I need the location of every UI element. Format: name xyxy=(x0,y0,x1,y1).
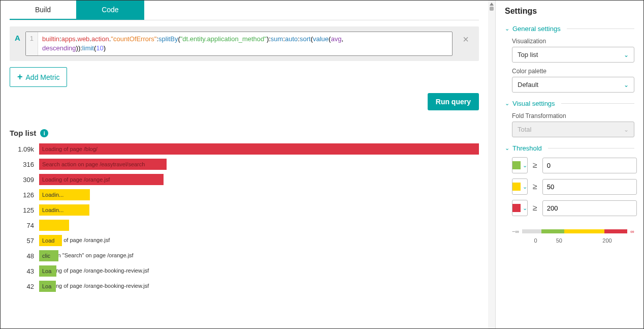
top-list-chart: 1.09kLoading of page /blog/316Search act… xyxy=(1,143,488,306)
color-swatch xyxy=(512,183,521,191)
code-content[interactable]: builtin:apps.web.action."countOfErrors":… xyxy=(38,32,347,55)
threshold-item: ⌄≥ xyxy=(512,157,634,173)
bar-value: 1.09k xyxy=(10,145,34,153)
add-metric-button[interactable]: + Add Metric xyxy=(10,67,67,87)
bar-fill: Loadin... xyxy=(39,189,90,200)
bar-fill: Loa xyxy=(39,281,56,292)
color-swatch xyxy=(512,204,521,212)
chevron-down-icon: ⌄ xyxy=(624,51,629,58)
threshold-operator: ≥ xyxy=(533,203,537,213)
bar-track[interactable]: Loading of page /orange.jsf xyxy=(39,174,479,185)
bar-track[interactable]: Search action on page /easytravel/search xyxy=(39,159,479,170)
run-query-button[interactable]: Run query xyxy=(428,93,479,110)
bar-row: 125Loadin... xyxy=(10,204,479,216)
bar-row: 316Search action on page /easytravel/sea… xyxy=(10,159,479,170)
bar-value: 57 xyxy=(10,237,34,245)
bar-value: 42 xyxy=(10,283,34,290)
code-line-number: 1 xyxy=(26,32,38,55)
bar-fill: clic xyxy=(39,250,58,261)
threshold-operator: ≥ xyxy=(533,161,537,170)
section-general-settings[interactable]: ⌄ General settings xyxy=(505,25,634,33)
chevron-down-icon: ⌄ xyxy=(523,162,527,169)
settings-panel: Settings ⌄ General settings Visualizatio… xyxy=(495,1,643,328)
bar-value: 74 xyxy=(10,222,34,229)
add-metric-label: Add Metric xyxy=(26,73,60,81)
threshold-value-input[interactable] xyxy=(542,158,637,173)
tab-code[interactable]: Code xyxy=(76,1,144,20)
bar-row: 1.09kLoading of page /blog/ xyxy=(10,143,479,155)
palette-preview xyxy=(608,82,618,87)
bar-label: Loading of page /orange-booking-review.j… xyxy=(42,267,149,274)
settings-title: Settings xyxy=(505,7,634,16)
palette-select[interactable]: Default ⌄ xyxy=(512,77,634,93)
tab-build[interactable]: Build xyxy=(10,1,76,20)
bar-row: 74 xyxy=(10,220,479,231)
bar-row: 309Loading of page /orange.jsf xyxy=(10,174,479,185)
threshold-operator: ≥ xyxy=(533,182,537,191)
threshold-value-input[interactable] xyxy=(542,179,637,195)
chevron-down-icon: ⌄ xyxy=(624,126,629,133)
section-general-label: General settings xyxy=(512,25,561,33)
visualization-value: Top list xyxy=(518,51,538,58)
bar-track[interactable]: Loadin... xyxy=(39,189,479,200)
bar-value: 43 xyxy=(10,267,34,275)
palette-label: Color palette xyxy=(512,68,634,75)
bar-row: 42Loading of page /orange-booking-review… xyxy=(10,281,479,292)
threshold-gradient: −∞ ∞ xyxy=(512,228,634,234)
chevron-down-icon: ⌄ xyxy=(505,25,509,32)
editor-tabs: Build Code xyxy=(10,1,479,20)
threshold-color-select[interactable]: ⌄ xyxy=(512,178,528,195)
visualization-label: Visualization xyxy=(512,38,634,45)
bar-row: 126Loadin... xyxy=(10,189,479,200)
threshold-item: ⌄≥ xyxy=(512,200,634,216)
query-editor-block: A 1 builtin:apps.web.action."countOfErro… xyxy=(10,26,479,61)
info-icon[interactable]: i xyxy=(40,129,48,137)
chart-title-row: Top list i xyxy=(1,118,488,143)
chevron-down-icon: ⌄ xyxy=(505,145,509,152)
remove-query-icon[interactable]: × xyxy=(458,32,474,47)
bar-track[interactable] xyxy=(39,220,479,231)
chevron-down-icon: ⌄ xyxy=(523,205,527,212)
visualization-select[interactable]: Top list ⌄ xyxy=(512,47,634,63)
bar-fill: Loa xyxy=(39,265,56,277)
bar-value: 126 xyxy=(10,191,34,199)
bar-fill: Loading of page /blog/ xyxy=(39,143,479,155)
bar-row: 57Loading of page /orange.jsfLoad xyxy=(10,235,479,246)
section-visual-settings[interactable]: ⌄ Visual settings xyxy=(505,100,634,107)
bar-track[interactable]: Loading of page /blog/ xyxy=(39,143,479,155)
fold-select[interactable]: Total ⌄ xyxy=(512,122,634,137)
bar-row: 48click on "Search" on page /orange.jsfc… xyxy=(10,250,479,261)
code-editor[interactable]: 1 builtin:apps.web.action."countOfErrors… xyxy=(25,32,453,56)
main-panel: Build Code A 1 builtin:apps.web.action."… xyxy=(1,1,488,328)
bar-fill: Loadin... xyxy=(39,204,89,216)
bar-fill: Load xyxy=(39,235,62,246)
bar-track[interactable]: Loading of page /orange-booking-review.j… xyxy=(39,281,479,292)
section-threshold-label: Threshold xyxy=(512,144,542,152)
chevron-down-icon: ⌄ xyxy=(523,184,527,190)
bar-track[interactable]: Loading of page /orange-booking-review.j… xyxy=(39,265,479,277)
chart-title: Top list xyxy=(10,129,36,137)
bar-track[interactable]: click on "Search" on page /orange.jsfcli… xyxy=(39,250,479,261)
main-scrollbar[interactable] xyxy=(488,1,495,328)
bar-label: Loading of page /orange-booking-review.j… xyxy=(42,283,149,289)
bar-track[interactable]: Loadin... xyxy=(39,204,479,216)
plus-icon: + xyxy=(17,72,23,82)
query-label: A xyxy=(15,32,20,42)
bar-track[interactable]: Loading of page /orange.jsfLoad xyxy=(39,235,479,246)
section-threshold[interactable]: ⌄ Threshold xyxy=(505,144,634,152)
bar-value: 316 xyxy=(10,161,34,168)
bar-row: 43Loading of page /orange-booking-review… xyxy=(10,265,479,277)
section-visual-label: Visual settings xyxy=(512,100,555,107)
color-swatch xyxy=(512,161,521,169)
threshold-item: ⌄≥ xyxy=(512,178,634,195)
bar-value: 125 xyxy=(10,206,34,214)
bar-fill: Search action on page /easytravel/search xyxy=(39,159,167,170)
threshold-value-input[interactable] xyxy=(542,200,637,216)
fold-label: Fold Transformation xyxy=(512,112,634,119)
bar-value: 48 xyxy=(10,252,34,260)
minus-infinity: −∞ xyxy=(512,228,519,234)
threshold-color-select[interactable]: ⌄ xyxy=(512,200,528,216)
fold-value: Total xyxy=(518,126,531,133)
bar-value: 309 xyxy=(10,176,34,184)
threshold-color-select[interactable]: ⌄ xyxy=(512,157,528,173)
